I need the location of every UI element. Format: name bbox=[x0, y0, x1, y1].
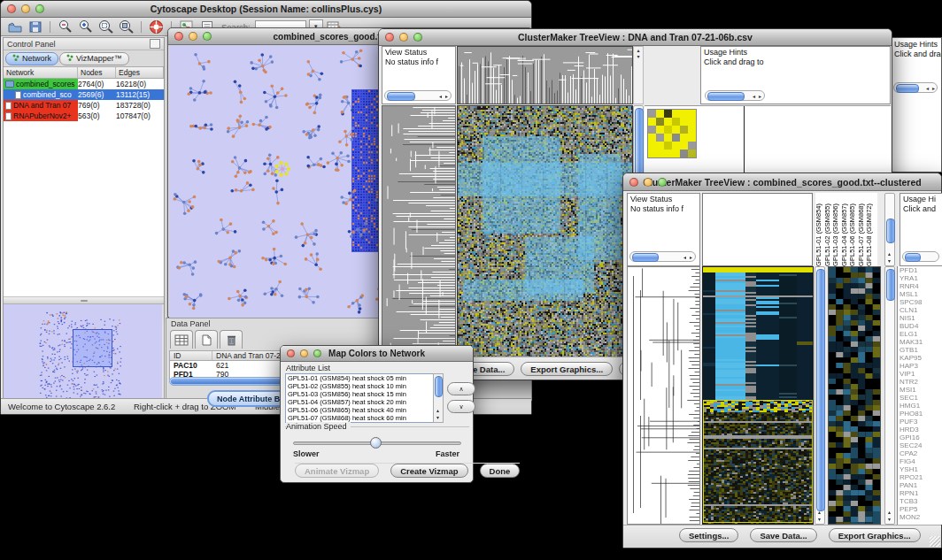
treeview-action-button[interactable]: Export Graphics... bbox=[521, 362, 613, 376]
minimize-button[interactable] bbox=[644, 178, 652, 187]
labels-scrollbar[interactable]: ▴▾ bbox=[884, 193, 895, 266]
title-bar[interactable]: ClusterMaker TreeView : combined_scores_… bbox=[623, 173, 941, 191]
minimize-button[interactable] bbox=[189, 32, 197, 41]
gene-label[interactable]: ELG1 bbox=[898, 330, 942, 338]
gene-label[interactable]: BUD4 bbox=[898, 322, 942, 330]
gene-label[interactable]: RNR4 bbox=[898, 282, 942, 290]
gene-label[interactable]: MSL1 bbox=[898, 290, 942, 298]
row-dendrogram[interactable] bbox=[627, 266, 700, 525]
array-column-label[interactable]: GPL51-08 (GSM872) bbox=[866, 203, 875, 266]
gene-list-scrollbar[interactable]: ▴▾ bbox=[884, 266, 895, 525]
title-bar[interactable]: Map Colors to Network bbox=[281, 346, 473, 362]
treeview-action-button[interactable]: Save Data... bbox=[750, 528, 816, 542]
gene-label[interactable]: RPO21 bbox=[898, 473, 942, 481]
dendrogram-scroll-strip[interactable]: ▴▾ bbox=[633, 46, 644, 104]
minimize-button[interactable] bbox=[300, 349, 308, 357]
gene-label[interactable]: SEC1 bbox=[898, 394, 942, 402]
control-panel-tab[interactable]: VizMapper™ bbox=[59, 52, 129, 65]
gene-label[interactable]: KAP95 bbox=[898, 354, 942, 362]
float-panel-icon[interactable] bbox=[150, 39, 160, 49]
attribute-item[interactable]: GPL51-04 (GSM857) heat shock 20 min bbox=[286, 398, 442, 406]
attribute-item[interactable]: GPL51-01 (GSM854) heat shock 05 min bbox=[286, 374, 442, 382]
gene-label[interactable]: VIP1 bbox=[898, 370, 942, 378]
minimize-button[interactable] bbox=[21, 4, 30, 13]
network-row[interactable]: RNAPuberNov2+ 563(0) 107847(0) bbox=[4, 111, 164, 121]
attribute-select-button[interactable] bbox=[170, 330, 193, 349]
zoom-heatmap[interactable] bbox=[647, 109, 697, 158]
scrollbar[interactable]: ◂▸ bbox=[384, 90, 452, 101]
gene-label[interactable]: HRD3 bbox=[898, 426, 942, 433]
resize-grip[interactable] bbox=[930, 536, 940, 547]
attribute-item[interactable]: GPL51-03 (GSM856) heat shock 15 min bbox=[286, 390, 442, 398]
move-up-button[interactable]: ∧ bbox=[447, 382, 475, 395]
zoom-button[interactable] bbox=[203, 32, 212, 41]
attribute-item[interactable]: GPL51-06 (GSM865) heat shock 40 min bbox=[286, 406, 442, 414]
gene-label[interactable]: PEP5 bbox=[898, 505, 942, 513]
treeview-action-button[interactable]: Settings... bbox=[679, 528, 738, 542]
global-heatmap[interactable] bbox=[702, 266, 814, 525]
delete-attribute-button[interactable] bbox=[220, 330, 243, 349]
save-session-button[interactable] bbox=[26, 19, 44, 35]
panel-divider[interactable] bbox=[4, 297, 164, 304]
gene-label[interactable]: PFD1 bbox=[898, 266, 942, 274]
zoom-fit-button[interactable] bbox=[117, 19, 135, 35]
gene-label[interactable]: TCB3 bbox=[898, 497, 942, 505]
gene-label[interactable]: HAP3 bbox=[898, 362, 942, 370]
zoom-button[interactable] bbox=[35, 4, 44, 13]
heatmap-scrollbar[interactable]: ▴▾ bbox=[815, 266, 825, 525]
gene-label[interactable]: GPI16 bbox=[898, 433, 942, 441]
gene-label[interactable]: GTB1 bbox=[898, 346, 942, 354]
row-dendrogram[interactable] bbox=[382, 105, 456, 359]
gene-label[interactable]: SEC24 bbox=[898, 441, 942, 449]
zoom-button[interactable] bbox=[658, 178, 667, 187]
gene-label[interactable]: PHO81 bbox=[898, 410, 942, 418]
scrollbar[interactable] bbox=[902, 251, 939, 262]
gene-label[interactable]: RPN1 bbox=[898, 489, 942, 497]
zoom-button[interactable] bbox=[313, 349, 321, 357]
speed-slider-thumb[interactable] bbox=[370, 437, 382, 449]
attribute-item[interactable]: GPL51-07 (GSM868) heat shock 60 min bbox=[286, 414, 442, 422]
done-button[interactable]: Done bbox=[480, 464, 521, 478]
animate-vizmap-button[interactable]: Animate Vizmap bbox=[295, 464, 379, 478]
gene-label[interactable]: CLN1 bbox=[898, 306, 942, 314]
close-button[interactable] bbox=[174, 32, 183, 41]
close-button[interactable] bbox=[629, 178, 638, 187]
gene-label[interactable]: MON2 bbox=[898, 513, 942, 521]
open-session-button[interactable] bbox=[5, 19, 24, 35]
gene-label[interactable]: PAN1 bbox=[898, 481, 942, 489]
network-row[interactable]: combined_scores 2764(0) 16218(0) bbox=[4, 79, 164, 89]
scrollbar[interactable]: ◂▸ bbox=[705, 90, 765, 101]
network-row[interactable]: combined_sco 2569(6) 13112(15) bbox=[4, 89, 164, 100]
scrollbar[interactable]: ◂▸ bbox=[893, 82, 938, 93]
attribute-item[interactable]: GPL51-02 (GSM855) heat shock 10 min bbox=[286, 382, 442, 390]
gene-label[interactable]: MSI1 bbox=[898, 386, 942, 394]
gene-label[interactable]: YSH1 bbox=[898, 465, 942, 473]
gene-label[interactable]: MAK31 bbox=[898, 338, 942, 346]
zoom-button[interactable] bbox=[413, 33, 422, 42]
gene-label[interactable]: HMG1 bbox=[898, 402, 942, 410]
close-button[interactable] bbox=[7, 4, 16, 13]
gene-label[interactable]: YRA1 bbox=[898, 274, 942, 282]
title-bar[interactable]: Cytoscape Desktop (Session Name: collins… bbox=[1, 1, 531, 18]
gene-label[interactable]: FIG4 bbox=[898, 457, 942, 465]
minimize-button[interactable] bbox=[399, 33, 408, 42]
title-bar[interactable]: ClusterMaker TreeView : DNA and Tran 07-… bbox=[379, 29, 892, 46]
global-heatmap[interactable] bbox=[457, 105, 633, 359]
help-button[interactable] bbox=[147, 19, 166, 35]
move-down-button[interactable]: ∨ bbox=[447, 400, 475, 413]
column-dendrogram[interactable] bbox=[457, 46, 633, 104]
birdseye-view[interactable] bbox=[4, 304, 162, 402]
close-button[interactable] bbox=[287, 349, 295, 357]
zoom-out-button[interactable] bbox=[56, 19, 74, 35]
attribute-list-scrollbar[interactable]: ▴▾ bbox=[433, 373, 444, 423]
gene-label[interactable]: PUF3 bbox=[898, 418, 942, 426]
gene-label[interactable]: NIS1 bbox=[898, 314, 942, 322]
close-button[interactable] bbox=[385, 33, 394, 42]
scrollbar[interactable]: ◂▸ bbox=[629, 251, 696, 262]
new-attribute-button[interactable] bbox=[195, 330, 218, 349]
gene-label[interactable]: CPA2 bbox=[898, 449, 942, 457]
network-row[interactable]: DNA and Tran 07 769(0) 183728(0) bbox=[4, 100, 164, 111]
zoom-in-button[interactable] bbox=[76, 19, 95, 35]
zoom-selected-button[interactable] bbox=[97, 19, 115, 35]
gene-label[interactable]: NTR2 bbox=[898, 378, 942, 386]
